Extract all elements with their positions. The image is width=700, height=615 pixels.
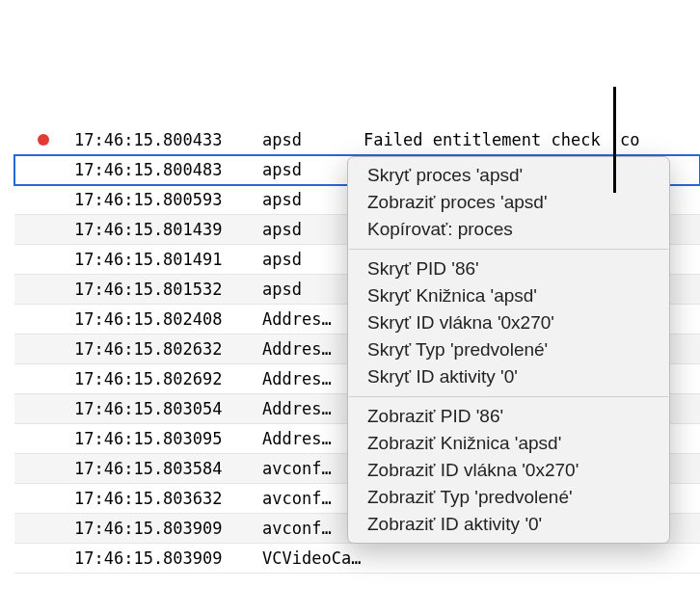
menu-item[interactable]: Skryť PID '86' (348, 255, 669, 282)
timestamp-cell: 17:46:15.803909 (72, 548, 260, 568)
menu-item[interactable]: Kopírovať: proces (348, 216, 669, 243)
menu-item[interactable]: Skryť Knižnica 'apsd' (348, 282, 669, 309)
timestamp-cell: 17:46:15.802692 (72, 369, 260, 388)
process-cell: apsd (260, 130, 362, 149)
menu-item[interactable]: Skryť ID aktivity '0' (348, 363, 669, 390)
menu-item[interactable]: Zobraziť ID aktivity '0' (348, 511, 669, 538)
menu-item[interactable]: Zobraziť PID '86' (348, 403, 669, 430)
timestamp-cell: 17:46:15.801439 (72, 220, 260, 239)
menu-item[interactable]: Zobraziť Typ 'predvolené' (348, 484, 669, 511)
menu-item[interactable]: Zobraziť Knižnica 'apsd' (348, 430, 669, 457)
callout-line (613, 87, 616, 193)
timestamp-cell: 17:46:15.803632 (72, 489, 260, 508)
table-row[interactable]: 17:46:15.800433apsdFailed entitlement ch… (14, 125, 700, 155)
menu-item[interactable]: Zobraziť ID vlákna '0x270' (348, 457, 669, 484)
menu-item[interactable]: Zobraziť proces 'apsd' (348, 189, 669, 216)
menu-separator (349, 396, 668, 397)
process-cell: VCVideoCaptureServer [INFO]… (260, 548, 362, 568)
timestamp-cell: 17:46:15.801532 (72, 280, 260, 299)
timestamp-cell: 17:46:15.802632 (72, 339, 260, 359)
context-menu: Skryť proces 'apsd'Zobraziť proces 'apsd… (347, 156, 670, 544)
timestamp-cell: 17:46:15.800483 (72, 160, 260, 179)
message-cell: Failed entitlement check 'co (362, 130, 700, 149)
timestamp-cell: 17:46:15.803054 (72, 399, 260, 418)
fault-dot-icon (38, 134, 49, 146)
menu-item[interactable]: Skryť Typ 'predvolené' (348, 336, 669, 363)
timestamp-cell: 17:46:15.803095 (72, 429, 260, 448)
menu-item[interactable]: Skryť ID vlákna '0x270' (348, 309, 669, 336)
timestamp-cell: 17:46:15.803584 (72, 459, 260, 478)
timestamp-cell: 17:46:15.801491 (72, 250, 260, 269)
timestamp-cell: 17:46:15.802408 (72, 309, 260, 329)
table-row[interactable]: 17:46:15.803909VCVideoCaptureServer [INF… (14, 544, 700, 574)
menu-separator (349, 249, 668, 250)
timestamp-cell: 17:46:15.803909 (72, 519, 260, 538)
timestamp-cell: 17:46:15.800593 (72, 190, 260, 209)
menu-item[interactable]: Skryť proces 'apsd' (348, 162, 669, 189)
row-indicator-cell (14, 134, 72, 146)
timestamp-cell: 17:46:15.800433 (72, 130, 260, 149)
